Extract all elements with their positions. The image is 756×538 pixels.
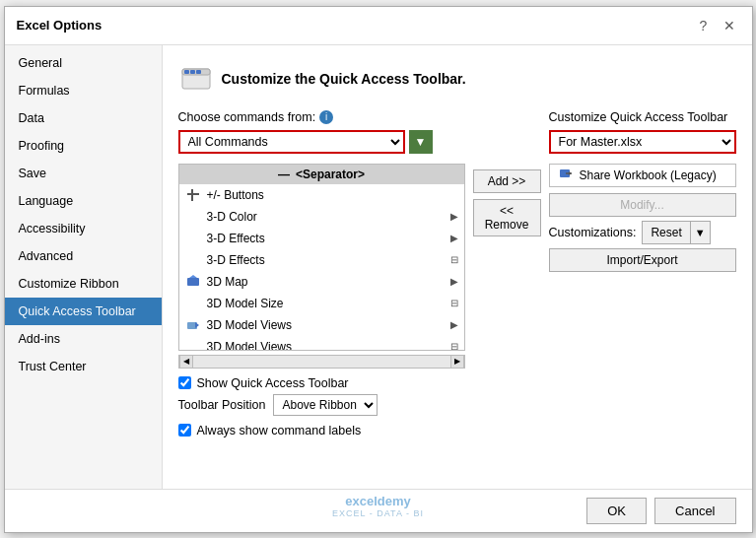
- sidebar-item-formulas[interactable]: Formulas: [5, 77, 162, 104]
- bottom-buttons: OK Cancel: [5, 489, 752, 532]
- svg-rect-2: [184, 70, 189, 74]
- sidebar-item-trust-center[interactable]: Trust Center: [5, 353, 162, 380]
- list-item[interactable]: 3-D Effects ▶: [179, 228, 464, 249]
- sidebar-item-add-ins[interactable]: Add-ins: [5, 325, 162, 353]
- arrow-icon: ▶: [450, 233, 458, 243]
- always-show-labels-row: Always show command labels: [178, 424, 465, 437]
- sidebar-item-quick-access[interactable]: Quick Access Toolbar: [5, 298, 162, 325]
- plusminus-icon: [185, 187, 201, 203]
- reset-button-group: Reset ▼: [642, 221, 710, 244]
- list-item[interactable]: 3D Model Views ▶: [179, 314, 464, 336]
- customizations-row: Customizations: Reset ▼: [549, 221, 736, 244]
- horizontal-scrollbar[interactable]: ◀ ▶: [178, 355, 465, 369]
- add-button[interactable]: Add >>: [473, 169, 541, 193]
- effects2-icon: [185, 252, 201, 268]
- list-item[interactable]: ― <Separator>: [179, 165, 464, 184]
- toolbar-position-label: Toolbar Position: [178, 398, 266, 412]
- minus-icon: ⊟: [450, 254, 458, 265]
- sidebar-item-advanced[interactable]: Advanced: [5, 242, 162, 270]
- section-header: Customize the Quick Access Toolbar.: [178, 61, 736, 97]
- share-icon: [558, 168, 574, 183]
- import-export-button[interactable]: Import/Export: [549, 248, 736, 272]
- sidebar-item-data[interactable]: Data: [5, 104, 162, 132]
- list-item[interactable]: 3D Model Size ⊟: [179, 293, 464, 314]
- svg-marker-15: [569, 171, 572, 175]
- two-column-area: Choose commands from: i All Commands Pop…: [178, 110, 736, 441]
- sidebar-item-save[interactable]: Save: [5, 160, 162, 187]
- list-item[interactable]: 3-D Effects ⊟: [179, 249, 464, 271]
- show-toolbar-checkbox[interactable]: [178, 376, 191, 389]
- 3dmap-icon: [185, 274, 201, 290]
- title-bar: Excel Options ? ✕: [5, 7, 752, 45]
- svg-rect-4: [196, 70, 201, 74]
- toolbar-position-row: Toolbar Position Above Ribbon Below Ribb…: [178, 394, 465, 416]
- scroll-right-arrow[interactable]: ▶: [450, 355, 464, 369]
- svg-marker-8: [189, 275, 197, 278]
- command-select[interactable]: All Commands Popular Commands Commands N…: [178, 130, 405, 154]
- list-item[interactable]: 3D Model Views ⊟: [179, 336, 464, 351]
- always-show-labels-label: Always show command labels: [197, 424, 362, 437]
- arrow-icon: ▶: [450, 276, 458, 287]
- add-remove-area: Add >> << Remove: [465, 110, 549, 236]
- remove-button[interactable]: << Remove: [473, 199, 541, 236]
- command-dropdown-row: All Commands Popular Commands Commands N…: [178, 130, 465, 154]
- dialog-body: General Formulas Data Proofing Save Lang…: [5, 45, 752, 489]
- cancel-button[interactable]: Cancel: [654, 498, 735, 524]
- title-bar-buttons: ? ✕: [693, 15, 740, 36]
- close-button[interactable]: ✕: [719, 15, 740, 36]
- svg-rect-6: [191, 189, 193, 201]
- effects-icon: [185, 231, 201, 246]
- sidebar-item-customize-ribbon[interactable]: Customize Ribbon: [5, 270, 162, 298]
- sidebar: General Formulas Data Proofing Save Lang…: [5, 45, 163, 489]
- main-content: Customize the Quick Access Toolbar. Choo…: [163, 45, 752, 489]
- sidebar-item-language[interactable]: Language: [5, 187, 162, 215]
- sidebar-item-accessibility[interactable]: Accessibility: [5, 215, 162, 242]
- choose-commands-label-row: Choose commands from: i: [178, 110, 465, 124]
- customize-toolbar-label-row: Customize Quick Access Toolbar: [549, 110, 736, 124]
- list-item[interactable]: 3D Map ▶: [179, 271, 464, 293]
- toolbar-icon: [178, 61, 214, 97]
- sidebar-item-general[interactable]: General: [5, 49, 162, 77]
- 3dmodelviews-icon: [185, 317, 201, 333]
- toolbar-position-select[interactable]: Above Ribbon Below Ribbon: [273, 394, 378, 416]
- customizations-label: Customizations:: [549, 226, 637, 239]
- dialog-title: Excel Options: [17, 18, 103, 33]
- excel-options-dialog: Excel Options ? ✕ General Formulas Data …: [4, 6, 753, 533]
- svg-rect-3: [190, 70, 195, 74]
- show-toolbar-label: Show Quick Access Toolbar: [197, 376, 349, 390]
- right-commands-list[interactable]: Share Workbook (Legacy): [549, 164, 736, 187]
- commands-list[interactable]: ― <Separator> +/- Buttons 3-D Color: [178, 164, 465, 351]
- right-list-item[interactable]: Share Workbook (Legacy): [550, 165, 735, 186]
- list-item[interactable]: +/- Buttons: [179, 184, 464, 206]
- ok-button[interactable]: OK: [586, 498, 647, 524]
- svg-rect-7: [187, 278, 199, 286]
- toolbar-select[interactable]: For Master.xlsx For all documents (defau…: [549, 130, 736, 154]
- 3dmodelsize-icon: [185, 296, 201, 311]
- list-item[interactable]: 3-D Color ▶: [179, 206, 464, 228]
- minus-icon: ⊟: [450, 341, 458, 351]
- sidebar-item-proofing[interactable]: Proofing: [5, 132, 162, 160]
- scroll-left-arrow[interactable]: ◀: [179, 355, 193, 369]
- show-toolbar-row: Show Quick Access Toolbar: [178, 376, 465, 390]
- right-column: Customize Quick Access Toolbar For Maste…: [549, 110, 736, 272]
- minus-icon: ⊟: [450, 298, 458, 308]
- color-icon: [185, 209, 201, 225]
- share-workbook-label: Share Workbook (Legacy): [580, 168, 717, 182]
- left-column: Choose commands from: i All Commands Pop…: [178, 110, 465, 441]
- modify-button[interactable]: Modify...: [549, 193, 736, 217]
- customize-toolbar-label: Customize Quick Access Toolbar: [549, 110, 728, 124]
- always-show-labels-checkbox[interactable]: [178, 424, 191, 437]
- reset-button[interactable]: Reset: [642, 221, 690, 244]
- help-button[interactable]: ?: [693, 15, 715, 36]
- section-title: Customize the Quick Access Toolbar.: [222, 71, 466, 87]
- dropdown-arrow-button[interactable]: ▼: [409, 130, 433, 154]
- 3dmodelviews2-icon: [185, 339, 201, 351]
- separator-icon: ―: [278, 168, 290, 181]
- arrow-icon: ▶: [450, 319, 458, 330]
- scroll-track[interactable]: [193, 356, 450, 368]
- info-icon: i: [319, 110, 333, 124]
- choose-commands-label: Choose commands from:: [178, 110, 316, 124]
- arrow-icon: ▶: [450, 211, 458, 222]
- reset-dropdown-button[interactable]: ▼: [691, 221, 711, 244]
